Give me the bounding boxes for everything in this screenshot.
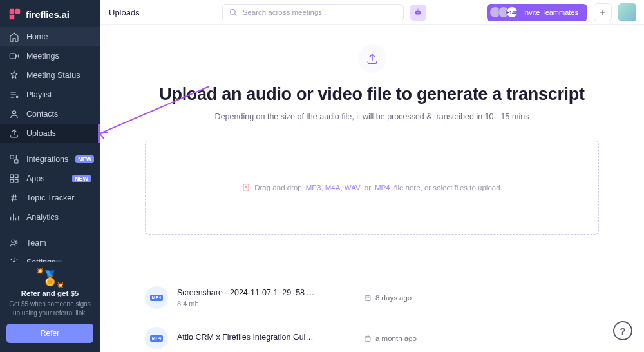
sidebar-item-apps[interactable]: Apps NEW xyxy=(0,169,100,188)
drop-or: or xyxy=(365,184,371,191)
sidebar-item-meetings[interactable]: Meetings xyxy=(0,46,100,66)
sidebar-item-analytics[interactable]: Analytics xyxy=(0,208,100,227)
sidebar-item-settings[interactable]: Settings xyxy=(0,253,100,262)
teammate-avatars: +148 xyxy=(489,6,518,18)
sidebar-item-label: Contacts xyxy=(26,110,58,119)
refer-card: 🏅 Refer and get $5 Get $5 when someone s… xyxy=(0,262,100,352)
svg-rect-9 xyxy=(15,175,18,178)
refer-button[interactable]: Refer xyxy=(6,324,93,343)
sidebar-item-integrations[interactable]: Integrations NEW xyxy=(0,150,100,169)
sidebar-item-label: Analytics xyxy=(26,213,59,222)
sidebar-item-label: Integrations xyxy=(26,155,68,164)
sidebar-item-label: Apps xyxy=(26,174,45,183)
drop-zone[interactable]: Drag and drop MP3, M4A, WAV or MP4 file … xyxy=(145,141,599,235)
sidebar-item-label: Uploads xyxy=(26,129,56,138)
sidebar-item-label: Playlist xyxy=(26,90,52,99)
svg-point-18 xyxy=(419,12,419,13)
refer-title: Refer and get $5 xyxy=(6,289,93,297)
upload-heading: Upload an audio or video file to generat… xyxy=(145,84,599,104)
svg-rect-2 xyxy=(10,15,15,20)
refer-icon: 🏅 xyxy=(41,270,59,287)
svg-rect-22 xyxy=(365,336,370,341)
svg-rect-7 xyxy=(15,160,18,163)
content-area: Uploads +148 Invite Teammates xyxy=(100,0,644,352)
gear-icon xyxy=(9,257,19,262)
home-icon xyxy=(9,32,19,42)
playlist-icon xyxy=(9,90,19,100)
svg-rect-6 xyxy=(10,155,14,159)
svg-point-13 xyxy=(15,241,17,243)
file-date: 8 days ago xyxy=(364,294,412,302)
svg-point-4 xyxy=(16,96,18,98)
sidebar-item-label: Meeting Status xyxy=(26,71,80,80)
sidebar-item-contacts[interactable]: Contacts xyxy=(0,104,100,124)
sidebar-item-uploads[interactable]: Uploads xyxy=(0,124,100,143)
integrations-icon xyxy=(9,154,19,164)
uploaded-files-list: MP4 Screenshare - 2024-11-07 1_29_58 AM.… xyxy=(145,280,599,352)
sidebar-item-home[interactable]: Home xyxy=(0,27,100,46)
search-icon xyxy=(229,8,238,17)
svg-point-14 xyxy=(13,261,15,262)
svg-rect-11 xyxy=(15,179,18,182)
sidebar-item-label: Meetings xyxy=(26,52,59,61)
file-date: a month ago xyxy=(364,335,417,342)
upload-icon xyxy=(9,128,19,139)
svg-rect-3 xyxy=(10,54,15,59)
file-upload-icon xyxy=(242,183,251,192)
file-thumb: MP4 xyxy=(145,327,168,349)
file-name: Screenshare - 2024-11-07 1_29_58 AM.m… xyxy=(177,288,319,297)
svg-point-19 xyxy=(418,8,419,9)
topbar: Uploads +148 Invite Teammates xyxy=(100,0,644,25)
sidebar-item-topic-tracker[interactable]: Topic Tracker xyxy=(0,188,100,208)
search-box[interactable] xyxy=(222,4,404,21)
apps-icon xyxy=(9,173,19,184)
file-size: 8.4 mb xyxy=(177,300,364,308)
logo[interactable]: fireflies.ai xyxy=(0,0,100,27)
drop-suffix: file here, or select files to upload. xyxy=(394,184,502,191)
calendar-icon xyxy=(364,294,372,302)
calendar-icon xyxy=(364,335,372,342)
svg-point-12 xyxy=(12,240,14,242)
sidebar-item-label: Settings xyxy=(26,258,55,262)
assistant-button[interactable] xyxy=(410,5,426,21)
sidebar-item-label: Topic Tracker xyxy=(26,193,74,202)
refer-sub: Get $5 when someone signs up using your … xyxy=(6,300,93,317)
invite-label: Invite Teammates xyxy=(523,8,578,16)
search-input[interactable] xyxy=(243,8,397,16)
new-badge: NEW xyxy=(72,175,91,182)
file-row[interactable]: MP4 Attio CRM x Fireflies Integration Gu… xyxy=(145,320,599,352)
help-button[interactable]: ? xyxy=(613,321,632,340)
drop-video-format: MP4 xyxy=(375,184,390,191)
svg-rect-21 xyxy=(365,295,370,300)
logo-icon xyxy=(9,8,21,20)
sidebar: fireflies.ai Home Meetings Meeting Statu… xyxy=(0,0,100,352)
svg-point-5 xyxy=(12,111,15,114)
svg-rect-8 xyxy=(10,175,14,178)
sidebar-item-label: Team xyxy=(26,239,46,248)
drop-audio-formats: MP3, M4A, WAV xyxy=(306,184,361,191)
svg-rect-10 xyxy=(10,179,14,182)
svg-rect-0 xyxy=(10,9,15,14)
file-row[interactable]: MP4 Screenshare - 2024-11-07 1_29_58 AM.… xyxy=(145,280,599,320)
file-thumb: MP4 xyxy=(145,286,168,309)
team-icon xyxy=(9,238,19,248)
teammate-count-badge: +148 xyxy=(506,6,518,18)
invite-teammates-button[interactable]: +148 Invite Teammates xyxy=(487,4,587,21)
page-title: Uploads xyxy=(109,8,140,17)
sidebar-item-playlist[interactable]: Playlist xyxy=(0,85,100,104)
video-icon xyxy=(9,51,19,61)
drop-prefix: Drag and drop xyxy=(254,184,302,191)
add-button[interactable] xyxy=(594,3,612,21)
svg-rect-1 xyxy=(15,9,21,14)
nav: Home Meetings Meeting Status Playlist Co… xyxy=(0,27,100,262)
status-icon xyxy=(9,70,19,81)
sidebar-item-label: Home xyxy=(26,32,48,41)
bot-icon xyxy=(413,8,422,17)
file-type-badge: MP4 xyxy=(150,335,163,342)
sidebar-item-meeting-status[interactable]: Meeting Status xyxy=(0,66,100,85)
new-badge: NEW xyxy=(75,155,94,163)
user-avatar[interactable] xyxy=(618,3,636,21)
analytics-icon xyxy=(9,212,19,222)
sidebar-item-team[interactable]: Team xyxy=(0,233,100,253)
contacts-icon xyxy=(9,109,19,119)
